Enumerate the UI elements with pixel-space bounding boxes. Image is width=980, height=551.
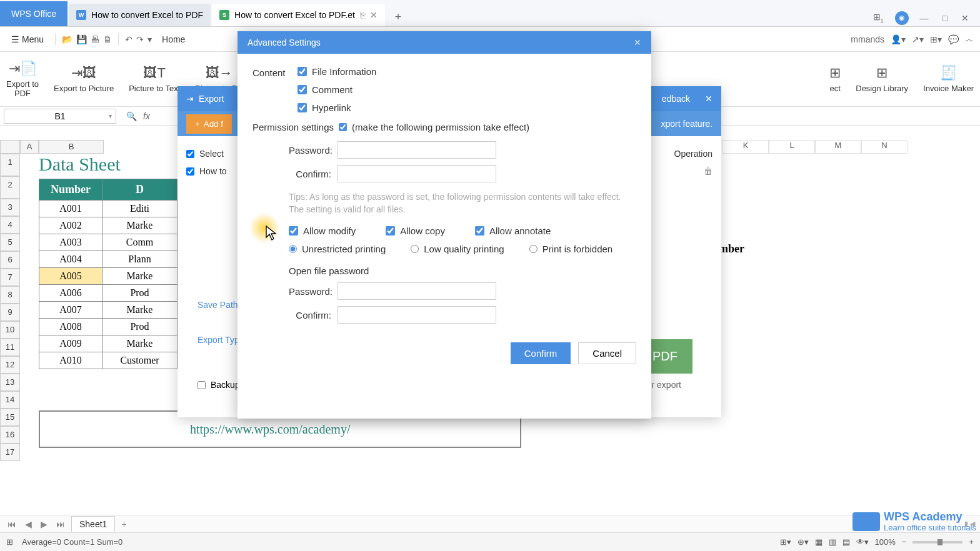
comment-checkbox[interactable]: Comment: [298, 84, 376, 95]
select-all-checkbox[interactable]: [186, 150, 194, 158]
zoom-slider[interactable]: [912, 541, 962, 544]
row-header-17[interactable]: 17: [0, 444, 20, 461]
close-icon[interactable]: ✕: [370, 10, 378, 20]
row-header-6[interactable]: 6: [0, 251, 20, 269]
sheet-tab-active[interactable]: Sheet1: [71, 516, 115, 532]
add-sheet-icon[interactable]: +: [119, 518, 129, 530]
avatar[interactable]: ◉: [895, 11, 909, 25]
window-maximize-icon[interactable]: □: [940, 11, 950, 26]
export-type-label[interactable]: Export Typ: [198, 331, 239, 349]
app-tab[interactable]: WPS Office: [0, 1, 68, 26]
export-pdf-button[interactable]: ⇥📄 Export to PDF: [6, 61, 39, 98]
row-header-3[interactable]: 3: [0, 199, 20, 216]
view-layout-icon[interactable]: ▥: [829, 537, 836, 547]
dropdown-icon[interactable]: ▾: [148, 34, 152, 44]
display-mode-icon[interactable]: ⊞: [6, 537, 13, 547]
row-header-8[interactable]: 8: [0, 286, 20, 304]
window-minimize-icon[interactable]: —: [918, 11, 931, 26]
col-header-M[interactable]: M: [815, 140, 861, 154]
menu-button[interactable]: ☰ Menu: [6, 32, 49, 47]
close-icon[interactable]: ✕: [705, 94, 712, 104]
doc-tab-0[interactable]: W How to convert Excel to PDF: [69, 4, 211, 26]
row-header-14[interactable]: 14: [0, 391, 20, 409]
select-button[interactable]: ⊞ ect: [829, 65, 841, 93]
open-confirm-input[interactable]: [338, 306, 496, 324]
permission-password-input[interactable]: [338, 141, 496, 159]
row-header-1[interactable]: 1: [0, 154, 20, 176]
view-normal-icon[interactable]: ▦: [815, 537, 822, 547]
select-all-corner[interactable]: [0, 140, 20, 154]
view-page-icon[interactable]: ▤: [842, 537, 850, 547]
cancel-button[interactable]: Cancel: [578, 342, 636, 364]
save-icon[interactable]: 💾: [76, 34, 87, 44]
hyperlink-checkbox[interactable]: Hyperlink: [298, 102, 376, 113]
doc-tab-1[interactable]: S How to convert Excel to PDF.et ⎘ ✕: [212, 4, 385, 26]
row-header-5[interactable]: 5: [0, 234, 20, 251]
last-sheet-icon[interactable]: ⏭: [54, 518, 68, 530]
col-header-N[interactable]: N: [861, 140, 908, 154]
file-checkbox[interactable]: [186, 167, 194, 176]
backup-checkbox[interactable]: [198, 381, 206, 389]
row-header-4[interactable]: 4: [0, 216, 20, 234]
row-header-15[interactable]: 15: [0, 409, 20, 426]
close-icon[interactable]: ✕: [634, 37, 641, 47]
add-file-button[interactable]: + Add f: [186, 114, 232, 134]
delete-icon[interactable]: 🗑: [704, 166, 712, 176]
row-header-7[interactable]: 7: [0, 269, 20, 286]
undo-icon[interactable]: ↶: [125, 34, 132, 44]
picture-to-text-button[interactable]: 🖼T Picture to Text: [129, 65, 180, 93]
row-header-16[interactable]: 16: [0, 426, 20, 444]
print-forbidden-radio[interactable]: Print is forbidden: [529, 244, 613, 254]
row-header-10[interactable]: 10: [0, 321, 20, 339]
file-info-checkbox[interactable]: File Information: [298, 66, 376, 77]
share-icon[interactable]: ↗▾: [912, 34, 924, 44]
col-header-B[interactable]: B: [39, 140, 104, 154]
collapse-icon[interactable]: ︿: [965, 34, 974, 45]
row-header-12[interactable]: 12: [0, 356, 20, 374]
row-header-2[interactable]: 2: [0, 176, 20, 199]
save-path-label[interactable]: Save Path: [198, 296, 239, 314]
layout-icon[interactable]: ⊞▾: [930, 34, 942, 44]
add-tab-button[interactable]: +: [389, 7, 408, 26]
invoice-maker-button[interactable]: 🧾 Invoice Maker: [923, 65, 974, 93]
feedback-label[interactable]: edback: [662, 94, 690, 104]
print-low-radio[interactable]: Low quality printing: [411, 244, 504, 254]
open-icon[interactable]: 📂: [62, 34, 72, 44]
view-center-icon[interactable]: ⊕▾: [798, 537, 809, 547]
print-icon[interactable]: 🖶: [91, 34, 99, 44]
permission-checkbox[interactable]: [339, 123, 347, 131]
allow-annotate-checkbox[interactable]: Allow annotate: [475, 226, 551, 236]
permission-confirm-input[interactable]: [338, 165, 496, 182]
open-password-input[interactable]: [338, 282, 496, 300]
window-close-icon[interactable]: ✕: [959, 11, 971, 26]
zoom-icon[interactable]: 🔍: [126, 111, 137, 121]
row-header-11[interactable]: 11: [0, 339, 20, 356]
name-box[interactable]: B1: [4, 109, 116, 124]
row-header-13[interactable]: 13: [0, 374, 20, 391]
export-picture-button[interactable]: ⇥🖼 Export to Picture: [54, 65, 114, 93]
allow-copy-checkbox[interactable]: Allow copy: [386, 226, 445, 236]
view-grid-icon[interactable]: ⊞▾: [780, 537, 791, 547]
pin-icon[interactable]: ⎘: [360, 10, 365, 20]
design-library-button[interactable]: ⊞ Design Library: [856, 65, 908, 93]
confirm-button[interactable]: Confirm: [511, 342, 571, 364]
calendar-icon[interactable]: ⊞1: [871, 9, 886, 26]
row-header-9[interactable]: 9: [0, 304, 20, 321]
next-sheet-icon[interactable]: ▶: [38, 518, 50, 530]
fx-label[interactable]: fx: [143, 111, 150, 121]
view-eye-icon[interactable]: 👁▾: [856, 537, 869, 547]
allow-modify-checkbox[interactable]: Allow modify: [289, 226, 356, 236]
col-header-K[interactable]: K: [722, 140, 769, 154]
redo-icon[interactable]: ↷: [136, 34, 144, 44]
prev-sheet-icon[interactable]: ◀: [22, 518, 34, 530]
col-header-A[interactable]: A: [20, 140, 39, 154]
zoom-out-icon[interactable]: −: [902, 537, 907, 547]
home-tab[interactable]: Home: [156, 29, 191, 49]
preview-icon[interactable]: 🗎: [103, 34, 112, 44]
print-unrestricted-radio[interactable]: Unrestricted printing: [289, 244, 386, 254]
user-icon[interactable]: 👤▾: [891, 34, 906, 44]
first-sheet-icon[interactable]: ⏮: [5, 518, 19, 530]
chat-icon[interactable]: 💬: [948, 34, 959, 44]
zoom-in-icon[interactable]: +: [969, 537, 974, 547]
zoom-value[interactable]: 100%: [875, 537, 896, 547]
